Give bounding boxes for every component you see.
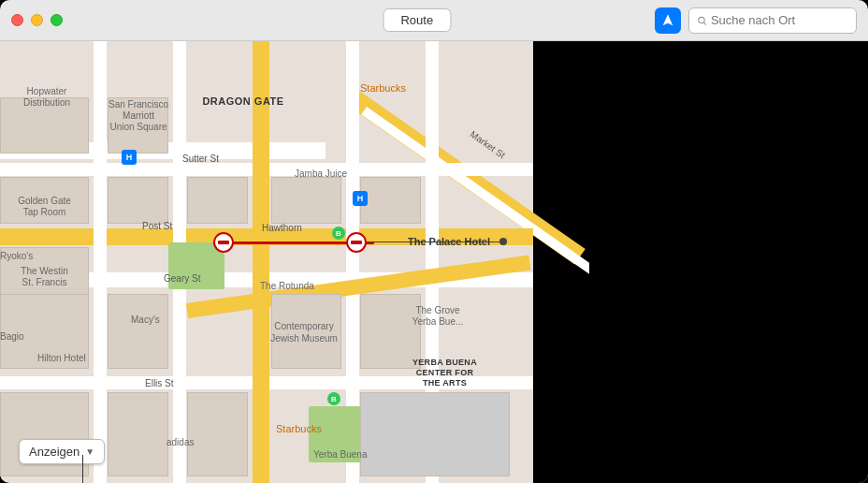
transit-icon-2: B [327,392,340,405]
block-6 [271,177,341,224]
block-5 [187,177,248,224]
label-hopwater: HopwaterDistribution [5,86,89,109]
block-14 [108,392,168,476]
road-v3-major [253,41,269,483]
label-golden-gate: Golden GateTap Room [5,196,84,218]
label-yerba-buena: Yerba Buena [313,449,367,460]
label-geary: Geary St [164,273,200,284]
label-grove: The GroveYerba Bue... [400,305,475,328]
label-dragon-gate: DRAGON GATE [201,95,285,107]
block-10 [108,294,168,369]
no-entry-bar-1 [218,241,229,244]
label-rotunda: The Rotunda [260,281,314,291]
navigation-icon[interactable] [655,7,681,34]
label-ellis: Ellis St [145,378,174,388]
traffic-lights [11,14,63,26]
label-palace-hotel: The Palace Hotel [393,236,505,247]
label-starbucks-1: Starbucks [360,82,406,94]
maximize-button[interactable] [51,14,63,26]
label-yerba-center: YERBA BUENACENTER FORTHE ARTS [391,358,499,388]
app-window: Route [0,0,868,483]
bottom-indicator-line [82,455,83,483]
close-button[interactable] [11,14,23,26]
map-view-dropdown[interactable]: Anzeigen ▼ [19,439,105,464]
label-jamba: Jamba Juice [295,168,347,179]
svg-line-1 [703,22,705,24]
map-container: H H B B HopwaterDistribution San Francis… [0,41,868,483]
transit-icon-1: B [332,227,345,240]
direction-arrow-icon [660,13,675,28]
label-westin: The WestinSt. Francis [5,266,84,288]
hotel-icon-2: H [122,150,137,165]
svg-point-0 [699,17,704,22]
label-jewish-museum: ContemporaryJewish Museum [253,320,355,344]
route-button[interactable]: Route [383,8,451,32]
label-marriott: San FranciscoMarriottUnion Square [101,99,176,133]
label-hawthorn: Hawthorn [262,223,302,233]
no-entry-sign-2[interactable] [346,232,367,253]
block-yerba-center [360,392,510,476]
label-adidas: adidas [166,437,194,447]
label-post: Post St [142,221,172,231]
label-bagio: Bagio [0,331,24,342]
titlebar: Route [0,0,868,41]
label-starbucks-2: Starbucks [276,423,322,434]
search-icon [697,15,707,26]
map-background: H H B B HopwaterDistribution San Francis… [0,41,868,483]
dropdown-label: Anzeigen [29,445,80,459]
label-hilton: Hilton Hotel [37,353,86,363]
block-15 [187,392,248,476]
label-ryokos: Ryoko's [0,251,33,261]
block-7 [360,177,421,224]
label-sutter: Sutter St [182,154,219,164]
no-entry-bar-2 [351,241,362,244]
block-4 [108,177,168,224]
search-input[interactable] [711,13,848,27]
no-entry-sign-1[interactable] [213,232,234,253]
minimize-button[interactable] [31,14,43,26]
search-bar[interactable] [688,7,857,34]
dropdown-arrow-icon: ▼ [85,446,94,457]
label-macys: Macy's [131,315,160,325]
hotel-icon-1: H [353,191,368,206]
